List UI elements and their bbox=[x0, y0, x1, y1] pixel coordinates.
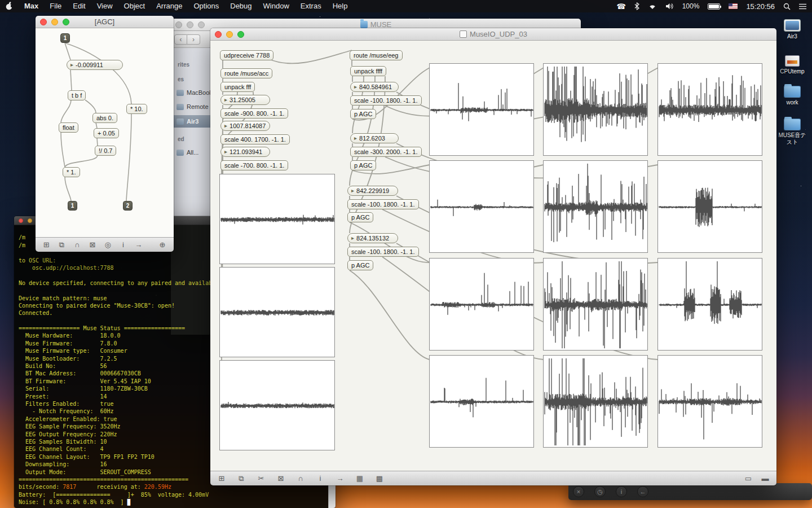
panel-filled-icon[interactable]: ▬ bbox=[761, 474, 770, 483]
minimize-button[interactable] bbox=[226, 31, 233, 38]
object-route-muse-eeg[interactable]: route /muse/eeg bbox=[350, 50, 403, 60]
zoom-button[interactable] bbox=[198, 21, 205, 28]
object-udpreceive[interactable]: udpreceive 7788 bbox=[220, 50, 273, 60]
number-box-acc-z[interactable]: 121.093941 bbox=[220, 147, 270, 157]
info-icon[interactable]: i bbox=[616, 486, 627, 497]
patcher-titlebar[interactable]: MuseIO_UDP_03 bbox=[210, 28, 776, 41]
back-button[interactable]: ‹ bbox=[174, 34, 187, 45]
lock-icon[interactable]: ⊞ bbox=[217, 474, 226, 483]
max-patcher-window-museio[interactable]: MuseIO_UDP_03 bbox=[210, 28, 776, 485]
menu-view[interactable]: View bbox=[91, 0, 118, 12]
minimize-button[interactable] bbox=[187, 21, 193, 28]
probe-icon[interactable]: ◎ bbox=[104, 240, 112, 249]
desktop-icon-cputemp[interactable]: CPUtemp bbox=[776, 55, 808, 75]
menu-window[interactable]: Window bbox=[258, 0, 295, 12]
desktop-icon-muse-test[interactable]: MUSE音テ スト bbox=[776, 119, 808, 146]
object-abs[interactable]: abs 0. bbox=[92, 113, 117, 123]
input-source-flag-icon[interactable] bbox=[729, 3, 738, 9]
object-scale-acc-y[interactable]: scale 400. 1700. -1. 1. bbox=[220, 134, 290, 144]
object-plus-005[interactable]: + 0.05 bbox=[94, 128, 119, 138]
object-scale-eeg-2[interactable]: scale -300. 2000. -1. 1. bbox=[350, 147, 422, 157]
object-unpack-fff[interactable]: unpack fff bbox=[220, 82, 255, 92]
wifi-icon[interactable] bbox=[648, 3, 657, 10]
grid-icon[interactable]: ▦ bbox=[355, 474, 364, 483]
send-icon[interactable]: → bbox=[336, 474, 345, 483]
number-box-eeg-3[interactable]: 842.229919 bbox=[347, 186, 398, 196]
apple-menu-icon[interactable] bbox=[0, 0, 19, 12]
info-icon[interactable]: i bbox=[316, 474, 325, 483]
object-p-agc-4[interactable]: p AGC bbox=[347, 260, 373, 270]
object-t-b-f[interactable]: t b f bbox=[68, 90, 86, 100]
patcher-window-controls bbox=[215, 31, 244, 38]
menu-debug[interactable]: Debug bbox=[224, 0, 257, 12]
duplicate-icon[interactable]: ⧉ bbox=[237, 474, 246, 483]
duplicate-icon[interactable]: ⧉ bbox=[58, 240, 65, 249]
menu-options[interactable]: Options bbox=[188, 0, 224, 12]
spotlight-icon[interactable] bbox=[783, 3, 791, 10]
panel-outline-icon[interactable]: ▭ bbox=[744, 474, 753, 483]
bluetooth-icon[interactable] bbox=[634, 2, 639, 10]
object-times-10[interactable]: * 10. bbox=[126, 104, 147, 114]
object-p-agc-1[interactable]: p AGC bbox=[350, 109, 376, 119]
object-float[interactable]: float bbox=[59, 122, 78, 133]
handoff-phone-icon[interactable]: ☎ bbox=[616, 2, 625, 11]
lock-icon[interactable]: ⊞ bbox=[42, 240, 50, 249]
number-box-eeg-2[interactable]: 812.6203 bbox=[350, 133, 399, 143]
object-route-muse-acc[interactable]: route /muse/acc bbox=[220, 68, 272, 78]
object-scale-acc-x[interactable]: scale -900. 800. -1. 1. bbox=[220, 108, 288, 119]
clock-icon[interactable]: ◷ bbox=[594, 486, 606, 497]
zoom-button[interactable] bbox=[63, 19, 69, 25]
info-icon[interactable]: i bbox=[119, 240, 127, 249]
app-menu-max[interactable]: Max bbox=[19, 0, 44, 12]
object-p-agc-2[interactable]: p AGC bbox=[350, 160, 376, 170]
volume-icon[interactable] bbox=[665, 3, 674, 10]
object-rdiv-07[interactable]: !/ 0.7 bbox=[95, 146, 116, 156]
delete-icon[interactable]: ⊠ bbox=[89, 240, 96, 249]
back-icon[interactable]: ← bbox=[637, 486, 648, 497]
object-scale-acc-z[interactable]: scale -700. 800. -1. 1. bbox=[220, 160, 288, 170]
close-button[interactable] bbox=[215, 31, 222, 38]
object-scale-eeg-3[interactable]: scale -100. 1800. -1. 1. bbox=[347, 199, 419, 209]
send-icon[interactable]: → bbox=[135, 240, 143, 249]
object-unpack-ffff[interactable]: unpack ffff bbox=[350, 66, 386, 76]
magnet-icon[interactable]: ∩ bbox=[296, 474, 305, 483]
number-box-eeg-4[interactable]: 824.135132 bbox=[347, 233, 398, 243]
menu-file[interactable]: File bbox=[44, 0, 67, 12]
add-icon[interactable]: ⊕ bbox=[158, 240, 167, 249]
outlet-1[interactable]: 1 bbox=[68, 201, 77, 211]
pattern-icon[interactable]: ▩ bbox=[375, 474, 384, 483]
delete-icon[interactable]: ⊠ bbox=[276, 474, 285, 483]
menu-object[interactable]: Object bbox=[118, 0, 151, 12]
object-p-agc-3[interactable]: p AGC bbox=[347, 212, 373, 222]
notification-center-icon[interactable] bbox=[799, 3, 806, 10]
number-box-acc-y[interactable]: 1007.814087 bbox=[220, 121, 270, 131]
number-box-eeg-1[interactable]: 840.584961 bbox=[350, 82, 399, 92]
battery-icon[interactable] bbox=[708, 3, 720, 10]
close-button[interactable] bbox=[40, 19, 47, 25]
inlet-1[interactable]: 1 bbox=[60, 33, 70, 43]
close-button[interactable] bbox=[175, 21, 182, 28]
cut-icon[interactable]: ✂ bbox=[257, 474, 266, 483]
menu-edit[interactable]: Edit bbox=[67, 0, 91, 12]
minimize-button[interactable] bbox=[51, 19, 58, 25]
menu-extras[interactable]: Extras bbox=[295, 0, 327, 12]
menu-arrange[interactable]: Arrange bbox=[151, 0, 188, 12]
number-box-acc-x[interactable]: 31.25005 bbox=[220, 95, 270, 105]
forward-button[interactable]: › bbox=[187, 34, 200, 45]
object-times-1[interactable]: * 1. bbox=[63, 167, 80, 177]
outlet-2[interactable]: 2 bbox=[123, 201, 133, 211]
menu-help[interactable]: Help bbox=[327, 0, 354, 12]
desktop-icon-air3[interactable]: Air3 bbox=[776, 19, 808, 40]
agc-titlebar[interactable]: [AGC] bbox=[36, 16, 174, 28]
desktop-icon-work[interactable]: work bbox=[776, 86, 808, 106]
magnet-icon[interactable]: ∩ bbox=[73, 240, 81, 249]
close-icon[interactable]: × bbox=[573, 486, 584, 497]
close-button[interactable] bbox=[19, 218, 23, 223]
max-patcher-window-agc[interactable]: [AGC] 1 -0.009911 t bbox=[36, 16, 174, 252]
object-scale-eeg-1[interactable]: scale -100. 1800. -1. 1. bbox=[350, 95, 422, 106]
zoom-button[interactable] bbox=[237, 31, 244, 38]
number-box-agc[interactable]: -0.009911 bbox=[67, 60, 123, 70]
object-scale-eeg-4[interactable]: scale -100. 1800. -1. 1. bbox=[347, 247, 419, 257]
minimize-button[interactable] bbox=[28, 218, 32, 223]
menu-bar-clock[interactable]: 15:20:56 bbox=[746, 2, 775, 11]
